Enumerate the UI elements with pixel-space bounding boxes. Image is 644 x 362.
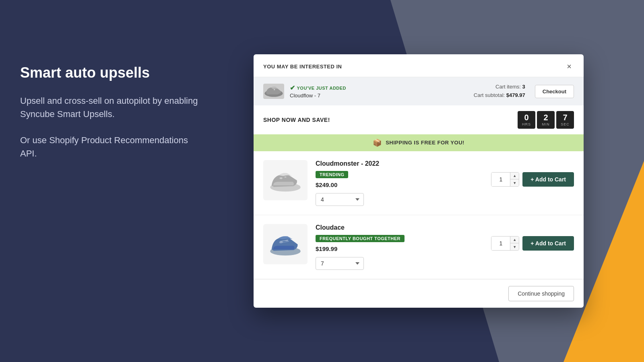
product-2-qty-down[interactable]: ▼ [510,243,519,250]
svg-point-4 [284,177,286,178]
product-1-add-to-cart[interactable]: + Add to Cart [522,172,574,187]
cloudflow-shoe-icon [263,84,284,98]
cart-info: Cart items: 3 Cart subtotal: $479.97 [474,83,525,100]
product-1-actions: ▲ ▼ + Add to Cart [491,160,574,187]
added-right: Cart items: 3 Cart subtotal: $479.97 Che… [474,83,574,100]
checkout-button[interactable]: Checkout [535,85,574,98]
timer-seconds: 7 SEC [556,111,574,129]
shipping-text: SHIPPING IS FREE FOR YOU! [386,140,464,146]
product-row: Cloudace FREQUENTLY BOUGHT TOGETHER $199… [254,215,584,279]
product-1-qty-up[interactable]: ▲ [510,173,519,180]
product-2-badge: FREQUENTLY BOUGHT TOGETHER [316,235,405,242]
timer-minutes: 2 MIN [537,111,555,129]
product-1-qty-input[interactable] [491,173,510,186]
timer-hours: 0 HRS [518,111,535,129]
product-2-qty-input[interactable] [491,237,510,250]
added-label: ✔ YOU'VE JUST ADDED [290,84,346,92]
product-1-badge: TRENDING [316,171,348,178]
svg-point-3 [280,177,283,179]
product-1-qty-control: ▲ ▼ [491,172,519,187]
modal-backdrop: YOU MAY BE INTERESTED IN × ✔ [0,0,644,362]
added-left: ✔ YOU'VE JUST ADDED Cloudflow - 7 [263,84,346,99]
shipping-bar: 📦 SHIPPING IS FREE FOR YOU! [254,134,584,151]
product-1-qty-down[interactable]: ▼ [510,179,519,186]
continue-shopping-button[interactable]: Continue shopping [508,286,574,301]
product-1-name: Cloudmonster - 2022 [316,160,483,167]
product-2-image [263,224,308,264]
product-2-info: Cloudace FREQUENTLY BOUGHT TOGETHER $199… [316,224,483,270]
check-circle-icon: ✔ [290,84,295,92]
package-icon: 📦 [373,138,382,147]
product-1-size-select[interactable]: 4 5 6 7 8 [316,193,364,206]
modal: YOU MAY BE INTERESTED IN × ✔ [254,54,584,308]
product-row: Cloudmonster - 2022 TRENDING $249.00 4 5… [254,151,584,215]
product-2-qty-up[interactable]: ▲ [510,237,519,244]
modal-header: YOU MAY BE INTERESTED IN × [254,54,584,77]
added-product-info: ✔ YOU'VE JUST ADDED Cloudflow - 7 [290,84,346,99]
product-2-size-select[interactable]: 6 7 8 9 [316,257,364,270]
added-banner: ✔ YOU'VE JUST ADDED Cloudflow - 7 Cart i… [254,77,584,105]
product-1-image [263,160,308,200]
product-2-price: $199.99 [316,245,483,252]
product-2-qty-arrows: ▲ ▼ [510,237,519,250]
modal-title: YOU MAY BE INTERESTED IN [263,64,342,70]
product-1-price: $249.00 [316,181,483,188]
product-1-qty-arrows: ▲ ▼ [510,173,519,186]
cloudace-shoe-icon [267,231,303,257]
cloudmonster-shoe-icon [267,167,303,193]
product-2-add-to-cart[interactable]: + Add to Cart [522,236,574,251]
added-product-name: Cloudflow - 7 [290,93,346,99]
modal-footer: Continue shopping [254,279,584,308]
product-1-info: Cloudmonster - 2022 TRENDING $249.00 4 5… [316,160,483,206]
products-area: Cloudmonster - 2022 TRENDING $249.00 4 5… [254,151,584,279]
added-product-image [263,84,284,99]
cart-items-label: Cart items: 3 [495,84,525,90]
product-2-qty-control: ▲ ▼ [491,236,519,251]
shop-now-text: SHOP NOW AND SAVE! [263,117,330,123]
timer: 0 HRS 2 MIN 7 SEC [518,111,574,129]
product-2-actions: ▲ ▼ + Add to Cart [491,224,574,251]
product-2-name: Cloudace [316,224,483,231]
cart-subtotal-label: Cart subtotal: $479.97 [474,92,525,98]
close-button[interactable]: × [564,62,574,71]
shop-now-bar: SHOP NOW AND SAVE! 0 HRS 2 MIN 7 SEC [254,105,584,134]
svg-point-1 [274,89,275,90]
